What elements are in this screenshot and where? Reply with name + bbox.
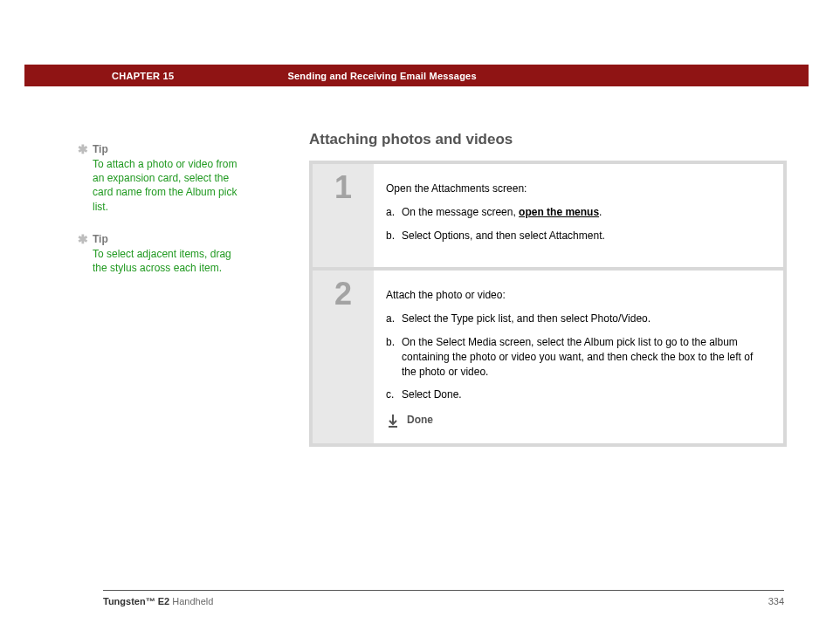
tip-body: To attach a photo or video from an expan… xyxy=(93,157,245,214)
step-box: 2 Attach the photo or video: a. Select t… xyxy=(313,271,783,443)
sidebar: ✱ Tip To attach a photo or video from an… xyxy=(93,143,245,294)
item-marker: a. xyxy=(386,312,395,326)
sub-list: a. On the message screen, open the menus… xyxy=(386,205,768,243)
header-bar: CHAPTER 15 Sending and Receiving Email M… xyxy=(24,65,809,86)
sub-item: a. On the message screen, open the menus… xyxy=(386,205,768,220)
sub-item: c. Select Done. xyxy=(386,387,768,402)
asterisk-icon: ✱ xyxy=(78,142,88,156)
step-number: 2 xyxy=(313,271,374,443)
item-marker: c. xyxy=(386,387,394,402)
section-title: Attaching photos and videos xyxy=(309,131,787,148)
item-text-pre: Select Options, and then select Attachme… xyxy=(402,230,605,242)
tip-block: ✱ Tip To attach a photo or video from an… xyxy=(93,143,245,214)
chapter-title: Sending and Receiving Email Messages xyxy=(287,71,476,81)
item-text-pre: On the Select Media screen, select the A… xyxy=(402,336,753,378)
step-intro: Attach the photo or video: xyxy=(386,288,768,303)
item-marker: a. xyxy=(386,205,395,220)
steps-container: 1 Open the Attachments screen: a. On the… xyxy=(309,161,787,447)
step-content: Attach the photo or video: a. Select the… xyxy=(374,271,783,443)
open-menus-link[interactable]: open the menus xyxy=(519,206,599,218)
step-intro: Open the Attachments screen: xyxy=(386,182,768,196)
step-number: 1 xyxy=(313,164,374,267)
item-marker: b. xyxy=(386,229,395,243)
chapter-label: CHAPTER 15 xyxy=(112,71,174,81)
tip-label: Tip xyxy=(93,233,108,245)
item-text-pre: Select the Type pick list, and then sele… xyxy=(402,312,651,325)
sub-item: b. Select Options, and then select Attac… xyxy=(386,229,768,243)
item-text-pre: On the message screen, xyxy=(402,206,519,218)
tip-header: ✱ Tip xyxy=(93,143,245,155)
down-arrow-icon xyxy=(386,414,400,428)
item-text-post: . xyxy=(599,206,602,218)
tip-body: To select adjacent items, drag the stylu… xyxy=(93,247,245,275)
done-row: Done xyxy=(386,413,768,428)
page-number: 334 xyxy=(768,596,784,606)
product-rest: Handheld xyxy=(169,596,213,606)
item-marker: b. xyxy=(386,335,395,350)
sub-item: a. Select the Type pick list, and then s… xyxy=(386,312,768,326)
product-strong: Tungsten™ E2 xyxy=(103,596,169,606)
tip-label: Tip xyxy=(93,143,108,155)
tip-header: ✱ Tip xyxy=(93,233,245,245)
item-text-pre: Select Done. xyxy=(402,388,462,401)
product-name: Tungsten™ E2 Handheld xyxy=(103,596,213,606)
sub-item: b. On the Select Media screen, select th… xyxy=(386,335,768,379)
tip-block: ✱ Tip To select adjacent items, drag the… xyxy=(93,233,245,275)
step-box: 1 Open the Attachments screen: a. On the… xyxy=(313,164,783,267)
sub-list: a. Select the Type pick list, and then s… xyxy=(386,312,768,402)
done-label: Done xyxy=(407,413,433,428)
step-content: Open the Attachments screen: a. On the m… xyxy=(374,164,783,267)
asterisk-icon: ✱ xyxy=(78,232,88,246)
footer: Tungsten™ E2 Handheld 334 xyxy=(103,590,784,606)
main-content: Attaching photos and videos 1 Open the A… xyxy=(309,131,787,447)
